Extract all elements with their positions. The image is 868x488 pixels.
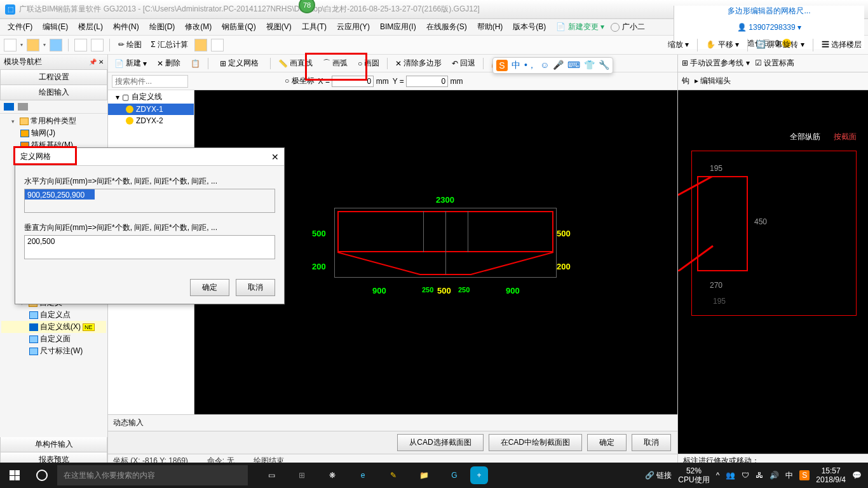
poly-editor-link[interactable]: 多边形编辑器的网格尺...: [728, 6, 810, 17]
comp-root[interactable]: ▾▢ 自定义线: [108, 90, 194, 104]
clear-poly-button[interactable]: ✕ 清除多边形: [393, 57, 444, 70]
start-button[interactable]: [0, 463, 29, 488]
app-note[interactable]: ✎: [379, 463, 408, 488]
ime-punct-icon[interactable]: •，: [524, 60, 536, 71]
menu-file[interactable]: 文件(F): [4, 20, 36, 34]
phone-link[interactable]: 👤 13907298339 ▾: [737, 23, 801, 32]
tree-point[interactable]: 自定义点: [1, 309, 106, 321]
ime-kbd-icon[interactable]: ⌨: [567, 60, 580, 71]
comp-item-1[interactable]: ZDYX-1: [108, 104, 194, 115]
save-icon[interactable]: [50, 39, 62, 51]
view-icon-1[interactable]: [4, 103, 14, 111]
ime-skin-icon[interactable]: 👕: [584, 60, 595, 71]
tray-net-icon[interactable]: 🖧: [756, 471, 763, 480]
menu-online[interactable]: 在线服务(S): [423, 20, 471, 34]
polar-radio[interactable]: ○ 极坐标: [285, 76, 315, 86]
ref-line-button[interactable]: ⊞ 手动设置参考线 ▾: [682, 58, 750, 69]
dialog-cancel-button[interactable]: 取消: [236, 279, 275, 296]
sum-button[interactable]: Σ 汇总计算: [148, 39, 191, 50]
ime-toolbar[interactable]: S 中 •， ☺ 🎤 ⌨ 👕 🔧: [492, 57, 613, 74]
menu-rebar[interactable]: 钢筋量(Q): [218, 20, 259, 34]
app-explorer[interactable]: 📁: [409, 463, 438, 488]
tray-notif-icon[interactable]: 💬: [852, 471, 862, 480]
comp-item-2[interactable]: ZDYX-2: [108, 115, 194, 126]
menu-tool[interactable]: 工具(T): [298, 20, 330, 34]
x-input[interactable]: [332, 76, 374, 87]
menu-edit[interactable]: 编辑(E): [39, 20, 72, 34]
tray-sogou-icon[interactable]: S: [799, 470, 810, 480]
menu-view[interactable]: 视图(V): [262, 20, 295, 34]
new-comp-button[interactable]: 📄 新建 ▾: [112, 57, 149, 70]
ime-tool-icon[interactable]: 🔧: [599, 60, 609, 71]
pan-button[interactable]: ✋ 平移 ▾: [703, 39, 742, 50]
tray-vol-icon[interactable]: 🔊: [770, 471, 779, 480]
menu-draw[interactable]: 绘图(D): [146, 20, 179, 34]
search-input[interactable]: [112, 75, 188, 88]
tree-face[interactable]: 自定义面: [1, 333, 106, 345]
tab-single[interactable]: 单构件输入: [0, 437, 107, 452]
pin-icon[interactable]: 📌 ✕: [89, 58, 104, 65]
tray-link[interactable]: 🔗 链接: [645, 470, 672, 481]
draw-circle-button[interactable]: ○ 画圆: [355, 57, 382, 70]
taskview-icon[interactable]: ▭: [257, 463, 286, 488]
cad-select-button[interactable]: 从CAD选择截面图: [397, 434, 483, 451]
app-1[interactable]: ⊞: [287, 463, 316, 488]
rotate-button[interactable]: 🔄 屏幕旋转 ▾: [754, 39, 807, 50]
del-comp-button[interactable]: ✕ 删除: [154, 57, 183, 70]
tray-clock[interactable]: 15:572018/9/4: [816, 466, 846, 485]
new-change-button[interactable]: 📄 新建变更 ▾: [552, 20, 608, 34]
copy-icon[interactable]: 📋: [188, 58, 203, 69]
set-mark-button[interactable]: ☑ 设置标高: [755, 58, 794, 69]
zoom-button[interactable]: 缩放 ▾: [665, 39, 691, 50]
section-canvas[interactable]: 全部纵筋 按截面 195 450 270 195: [678, 90, 868, 454]
dialog-close-icon[interactable]: ✕: [271, 152, 279, 162]
tray-up-icon[interactable]: ^: [716, 471, 720, 480]
draw-line-button[interactable]: 📏 画直线: [276, 57, 315, 70]
draw-button[interactable]: ✏ 绘图: [116, 39, 144, 50]
tray-shield-icon[interactable]: 🛡: [742, 471, 749, 480]
tree-dim[interactable]: 尺寸标注(W): [1, 345, 106, 357]
gxe-button[interactable]: 广小二: [611, 22, 645, 32]
tree-line[interactable]: 自定义线(X)NE: [1, 321, 106, 333]
define-grid-button[interactable]: ⊞ 定义网格: [214, 55, 265, 71]
tray-people-icon[interactable]: 👥: [726, 471, 735, 480]
ime-mic-icon[interactable]: 🎤: [553, 60, 564, 71]
y-input[interactable]: [406, 76, 448, 87]
view-icon-2[interactable]: [18, 103, 28, 111]
tab-project[interactable]: 工程设置: [0, 70, 107, 85]
tool-icon[interactable]: [194, 39, 207, 51]
new-icon[interactable]: [4, 39, 17, 51]
sogou-icon[interactable]: S: [496, 60, 508, 71]
tree-common[interactable]: ▾常用构件类型: [1, 115, 106, 127]
app-edge[interactable]: e: [348, 463, 377, 488]
ok-button[interactable]: 确定: [587, 434, 627, 451]
tray-ime-button[interactable]: 中: [785, 470, 793, 481]
ime-emoji-icon[interactable]: ☺: [540, 60, 549, 71]
tool2-icon[interactable]: [211, 39, 224, 51]
menu-help[interactable]: 帮助(H): [473, 20, 507, 34]
v-spacing-input[interactable]: [24, 235, 275, 259]
menu-bim[interactable]: BIM应用(I): [376, 20, 420, 34]
tray-cpu[interactable]: 52%CPU使用: [678, 466, 709, 485]
taskbar-search[interactable]: 在这里输入你要搜索的内容: [57, 465, 248, 485]
hook-button[interactable]: 钩: [682, 76, 689, 86]
floor-button[interactable]: ☰ 选择楼层: [819, 39, 864, 50]
menu-ver[interactable]: 版本号(B): [509, 20, 550, 34]
open-icon[interactable]: [27, 39, 39, 51]
draw-arc-button[interactable]: ⌒ 画弧: [320, 57, 350, 70]
redo-icon[interactable]: [91, 39, 104, 51]
menu-comp[interactable]: 构件(N): [109, 20, 143, 34]
tab-drawing[interactable]: 绘图输入: [0, 85, 107, 100]
app-fan[interactable]: ❋: [318, 463, 347, 488]
menu-cloud[interactable]: 云应用(Y): [333, 20, 374, 34]
app-g[interactable]: G: [440, 463, 469, 488]
undo-button[interactable]: ↶ 回退: [449, 57, 478, 70]
dialog-ok-button[interactable]: 确定: [190, 279, 229, 296]
end-button[interactable]: ▸ 编辑端头: [695, 76, 731, 86]
ime-lang-icon[interactable]: 中: [512, 60, 520, 71]
cancel-button[interactable]: 取消: [632, 434, 671, 451]
menu-mod[interactable]: 修改(M): [181, 20, 215, 34]
menu-floor[interactable]: 楼层(L): [74, 20, 107, 34]
tree-axis[interactable]: 轴网(J): [1, 127, 106, 139]
app-plus[interactable]: +: [470, 466, 488, 484]
